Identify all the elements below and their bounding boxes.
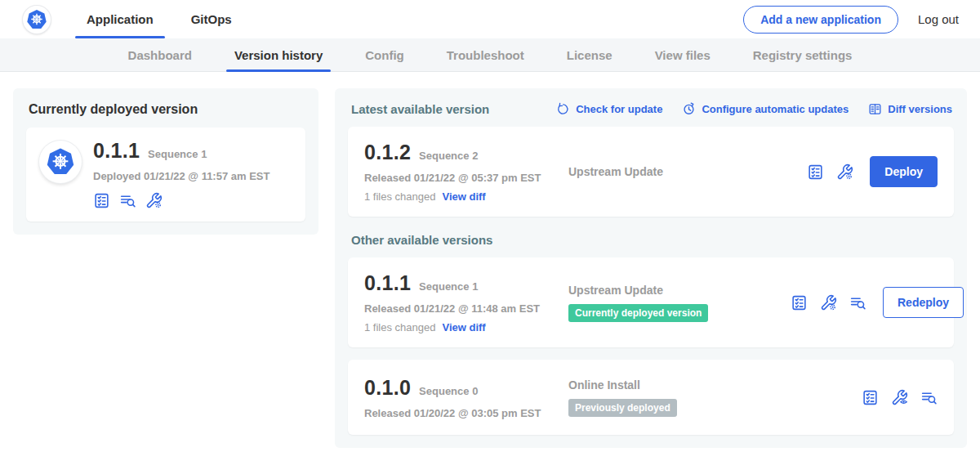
app-header: Application GitOps Add a new application… <box>0 0 980 38</box>
deployed-version-card: 0.1.1 Sequence 1 Deployed 01/21/22 @ 11:… <box>26 128 305 222</box>
add-application-button[interactable]: Add a new application <box>743 6 898 34</box>
sequence-label: Sequence 1 <box>419 280 478 293</box>
deployed-panel-title: Currently deployed version <box>29 102 305 117</box>
logout-button[interactable]: Log out <box>918 12 959 26</box>
configure-automatic-updates-label: Configure automatic updates <box>702 103 849 115</box>
logs-icon[interactable] <box>119 192 136 209</box>
other-versions-title: Other available versions <box>351 233 952 247</box>
subnav-troubleshoot[interactable]: Troubleshoot <box>435 38 536 71</box>
version-actions <box>862 389 938 406</box>
logs-icon[interactable] <box>849 294 866 311</box>
header-actions: Add a new application Log out <box>743 6 959 34</box>
subnav-view-files[interactable]: View files <box>644 38 722 71</box>
kubernetes-logo-icon <box>23 6 51 34</box>
primary-tabs: Application GitOps <box>74 0 256 38</box>
version-card: 0.1.2 Sequence 2 Released 01/21/22 @ 05:… <box>348 127 954 217</box>
release-notes-icon[interactable] <box>862 389 879 406</box>
refresh-icon <box>556 102 570 116</box>
version-info: 0.1.1 Sequence 1 Released 01/21/22 @ 11:… <box>364 271 568 333</box>
deployed-sequence-label: Sequence 1 <box>148 148 207 160</box>
version-source-label: Online Install <box>568 378 640 392</box>
deployed-actions <box>93 192 270 209</box>
tab-gitops[interactable]: GitOps <box>178 0 245 38</box>
version-card: 0.1.1 Sequence 1 Released 01/21/22 @ 11:… <box>348 257 954 347</box>
config-edit-icon[interactable] <box>836 163 853 181</box>
app-logo-icon <box>39 141 82 183</box>
version-card: 0.1.0 Sequence 0 Released 01/20/22 @ 03:… <box>348 360 954 435</box>
diff-icon <box>868 102 882 116</box>
released-date: Released 01/21/22 @ 11:48 am EST <box>364 302 568 315</box>
version-source-label: Upstream Update <box>568 165 663 178</box>
files-changed-label: 1 files changed <box>364 190 435 203</box>
version-number: 0.1.1 <box>364 271 411 295</box>
version-number: 0.1.0 <box>364 376 411 400</box>
version-number: 0.1.2 <box>364 141 411 164</box>
diff-versions-label: Diff versions <box>888 103 952 115</box>
config-edit-icon[interactable] <box>820 294 837 311</box>
version-status: Upstream Update Currently deployed versi… <box>568 284 791 322</box>
status-badge: Previously deployed <box>568 399 677 417</box>
tab-application[interactable]: Application <box>74 0 167 38</box>
check-for-update-link[interactable]: Check for update <box>556 102 662 116</box>
redeploy-button[interactable]: Redeploy <box>883 287 964 318</box>
version-info: 0.1.2 Sequence 2 Released 01/21/22 @ 05:… <box>364 141 568 203</box>
version-source-label: Upstream Update <box>568 284 663 297</box>
version-status: Upstream Update <box>568 165 791 178</box>
available-panel-header: Latest available version Check for updat… <box>351 102 952 116</box>
subnav-license[interactable]: License <box>555 38 624 71</box>
configure-automatic-updates-link[interactable]: Configure automatic updates <box>682 102 849 116</box>
files-changed-row: 1 files changed View diff <box>364 190 568 203</box>
diff-versions-link[interactable]: Diff versions <box>868 102 952 116</box>
files-changed-label: 1 files changed <box>364 321 435 333</box>
released-date: Released 01/21/22 @ 05:37 pm EST <box>364 172 568 184</box>
deployed-date: Deployed 01/21/22 @ 11:57 am EST <box>93 170 270 182</box>
main-content: Currently deployed version 0.1.1 Sequenc… <box>0 72 980 461</box>
view-diff-link[interactable]: View diff <box>442 321 485 333</box>
deploy-button[interactable]: Deploy <box>870 156 938 187</box>
sequence-label: Sequence 0 <box>419 385 478 397</box>
other-versions-list: 0.1.1 Sequence 1 Released 01/21/22 @ 11:… <box>348 257 954 435</box>
status-badge: Currently deployed version <box>568 304 708 322</box>
release-notes-icon[interactable] <box>93 192 110 209</box>
latest-version-list: 0.1.2 Sequence 2 Released 01/21/22 @ 05:… <box>348 127 954 217</box>
version-actions: Deploy <box>807 156 938 187</box>
config-view-icon[interactable] <box>891 389 908 406</box>
version-info: 0.1.0 Sequence 0 Released 01/20/22 @ 03:… <box>364 376 568 419</box>
available-versions-panel: Latest available version Check for updat… <box>335 88 967 448</box>
deployed-version-number: 0.1.1 <box>93 139 140 163</box>
subnav-version-history[interactable]: Version history <box>223 38 334 71</box>
view-diff-link[interactable]: View diff <box>442 190 485 203</box>
released-date: Released 01/20/22 @ 03:05 pm EST <box>364 407 568 419</box>
subnav-dashboard[interactable]: Dashboard <box>117 38 203 71</box>
version-actions: Redeploy <box>791 287 964 318</box>
available-panel-title: Latest available version <box>351 102 489 116</box>
version-status: Online Install Previously deployed <box>568 378 791 417</box>
check-for-update-label: Check for update <box>576 103 662 115</box>
release-notes-icon[interactable] <box>791 294 808 311</box>
files-changed-row: 1 files changed View diff <box>364 321 568 333</box>
config-edit-icon[interactable] <box>145 192 163 209</box>
subnav-registry-settings[interactable]: Registry settings <box>742 38 864 71</box>
subnav-config[interactable]: Config <box>354 38 415 71</box>
sequence-label: Sequence 2 <box>419 150 478 162</box>
available-panel-actions: Check for update Configure automatic upd… <box>556 102 952 116</box>
schedule-icon <box>682 102 696 116</box>
logs-icon[interactable] <box>920 389 938 406</box>
currently-deployed-panel: Currently deployed version 0.1.1 Sequenc… <box>13 88 318 235</box>
app-subnav: Dashboard Version history Config Trouble… <box>0 38 980 72</box>
release-notes-icon[interactable] <box>807 163 824 181</box>
